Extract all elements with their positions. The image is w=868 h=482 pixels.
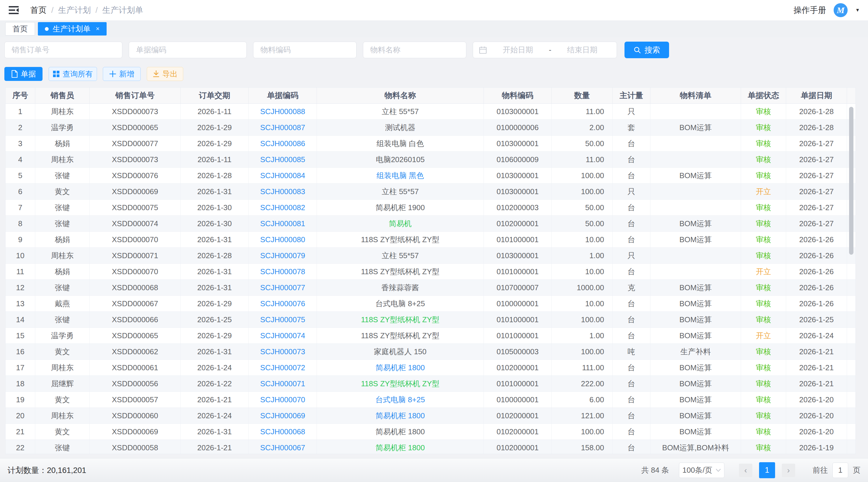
document-button[interactable]: 单据: [4, 67, 42, 81]
tab-home-label: 首页: [12, 24, 28, 34]
cell-seq: 9: [5, 232, 35, 248]
cell-doc_code[interactable]: SCJH000084: [249, 168, 317, 184]
cell-material_name[interactable]: 组装电脑 黑色: [317, 168, 484, 184]
page-number-1[interactable]: 1: [759, 462, 775, 478]
column-header-seq: 序号: [5, 88, 35, 104]
cell-sales_order_no: XSDD000076: [90, 168, 181, 184]
cell-doc_code[interactable]: SCJH000081: [249, 216, 317, 232]
cell-salesperson: 黄文: [35, 424, 90, 440]
goto-page-input[interactable]: [833, 462, 848, 478]
tab-home[interactable]: 首页: [5, 22, 35, 35]
cell-bom_list: BOM运算: [650, 280, 741, 296]
cell-doc_code[interactable]: SCJH000071: [249, 376, 317, 392]
cell-doc_code[interactable]: SCJH000087: [249, 120, 317, 136]
cell-qty: 2.00: [552, 120, 613, 136]
cell-status: 审核: [741, 168, 786, 184]
date-start-placeholder[interactable]: 开始日期: [489, 45, 547, 55]
cell-delivery_date: 2026-1-29: [181, 296, 249, 312]
prev-page-button[interactable]: ‹: [739, 464, 752, 477]
cell-status: 审核: [741, 408, 786, 424]
cell-bom_list: BOM运算: [650, 360, 741, 376]
cell-doc_code[interactable]: SCJH000073: [249, 344, 317, 360]
cell-doc_code[interactable]: SCJH000085: [249, 152, 317, 168]
plan-quantity-summary: 计划数量：20,161,201: [7, 465, 86, 476]
search-button[interactable]: 搜索: [624, 42, 669, 58]
cell-unit: 台: [613, 312, 650, 328]
cell-salesperson: 杨娟: [35, 136, 90, 152]
cell-doc_code[interactable]: SCJH000086: [249, 136, 317, 152]
cell-doc_code[interactable]: SCJH000076: [249, 296, 317, 312]
cell-material_name[interactable]: 简易机: [317, 216, 484, 232]
cell-doc_code[interactable]: SCJH000082: [249, 200, 317, 216]
cell-salesperson: 温学勇: [35, 120, 90, 136]
breadcrumb-home[interactable]: 首页: [30, 5, 46, 16]
cell-doc_code[interactable]: SCJH000083: [249, 184, 317, 200]
cell-doc_date: 2026-1-26: [786, 232, 847, 248]
cell-salesperson: 张键: [35, 312, 90, 328]
cell-seq: 15: [5, 328, 35, 344]
cell-unit: 台: [613, 168, 650, 184]
cell-material_name: 香辣蒜蓉酱: [317, 280, 484, 296]
table-row: 5张键XSDD0000762026-1-28SCJH000084组装电脑 黑色0…: [5, 168, 856, 184]
user-menu-caret-icon[interactable]: ▼: [855, 7, 860, 13]
query-all-button[interactable]: 查询所有: [49, 67, 97, 81]
export-button[interactable]: 导出: [147, 67, 183, 81]
add-button[interactable]: 新增: [103, 67, 141, 81]
material-code-input[interactable]: [253, 42, 356, 58]
cell-salesperson: 周桂东: [35, 360, 90, 376]
cell-qty: 10.00: [552, 264, 613, 280]
cell-sales_order_no: XSDD000068: [90, 280, 181, 296]
cell-material_name: 简易机柜 1900: [317, 200, 484, 216]
cell-doc_date: 2026-1-20: [786, 424, 847, 440]
cell-qty: 50.00: [552, 200, 613, 216]
tab-production-plan-doc[interactable]: 生产计划单 ×: [38, 22, 106, 35]
cell-qty: 121.00: [552, 408, 613, 424]
cell-delivery_date: 2026-1-28: [181, 168, 249, 184]
cell-doc_code[interactable]: SCJH000077: [249, 280, 317, 296]
cell-doc_code[interactable]: SCJH000075: [249, 312, 317, 328]
cell-material_code: 0107000007: [484, 280, 552, 296]
page-size-select[interactable]: 100条/页: [679, 462, 724, 478]
sales-order-input[interactable]: [4, 42, 122, 58]
date-range-picker[interactable]: 开始日期 - 结束日期: [473, 42, 617, 58]
breadcrumb-production-plan[interactable]: 生产计划: [58, 5, 91, 16]
avatar[interactable]: M: [834, 3, 847, 17]
cell-material_name[interactable]: 简易机柜 1800: [317, 408, 484, 424]
cell-doc_code[interactable]: SCJH000068: [249, 424, 317, 440]
cell-doc_code[interactable]: SCJH000070: [249, 392, 317, 408]
cell-gutter: [847, 440, 856, 454]
cell-salesperson: 杨娟: [35, 264, 90, 280]
table-row: 4周桂东XSDD0000732026-1-11SCJH000085电脑20260…: [5, 152, 856, 168]
cell-salesperson: 杨娟: [35, 232, 90, 248]
cell-delivery_date: 2026-1-11: [181, 104, 249, 120]
next-page-button[interactable]: ›: [782, 464, 795, 477]
vertical-scrollbar[interactable]: [849, 107, 854, 255]
cell-doc_date: 2026-1-26: [786, 248, 847, 264]
goto-page: 前往 页: [813, 462, 861, 478]
cell-doc_code[interactable]: SCJH000080: [249, 232, 317, 248]
cell-doc_code[interactable]: SCJH000079: [249, 248, 317, 264]
cell-doc_code[interactable]: SCJH000078: [249, 264, 317, 280]
cell-gutter: [847, 344, 856, 360]
cell-bom_list: [650, 200, 741, 216]
cell-material_name[interactable]: 118S ZY型纸杯机 ZY型: [317, 376, 484, 392]
cell-material_name[interactable]: 简易机柜 1800: [317, 440, 484, 454]
material-name-input[interactable]: [363, 42, 466, 58]
tab-close-icon[interactable]: ×: [96, 25, 100, 33]
date-end-placeholder[interactable]: 结束日期: [554, 45, 611, 55]
cell-material_name[interactable]: 台式电脑 8+25: [317, 392, 484, 408]
cell-bom_list: BOM运算: [650, 120, 741, 136]
collapse-menu-icon[interactable]: [8, 5, 20, 15]
cell-material_name[interactable]: 118S ZY型纸杯机 ZY型: [317, 312, 484, 328]
cell-doc_code[interactable]: SCJH000067: [249, 440, 317, 454]
cell-sales_order_no: XSDD000065: [90, 120, 181, 136]
cell-material_code: 0101000001: [484, 328, 552, 344]
cell-doc_code[interactable]: SCJH000069: [249, 408, 317, 424]
doc-code-input[interactable]: [129, 42, 247, 58]
manual-link[interactable]: 操作手册: [794, 5, 826, 16]
cell-doc_code[interactable]: SCJH000074: [249, 328, 317, 344]
cell-sales_order_no: XSDD000057: [90, 392, 181, 408]
cell-material_name[interactable]: 简易机柜 1800: [317, 360, 484, 376]
cell-doc_code[interactable]: SCJH000072: [249, 360, 317, 376]
cell-doc_code[interactable]: SCJH000088: [249, 104, 317, 120]
